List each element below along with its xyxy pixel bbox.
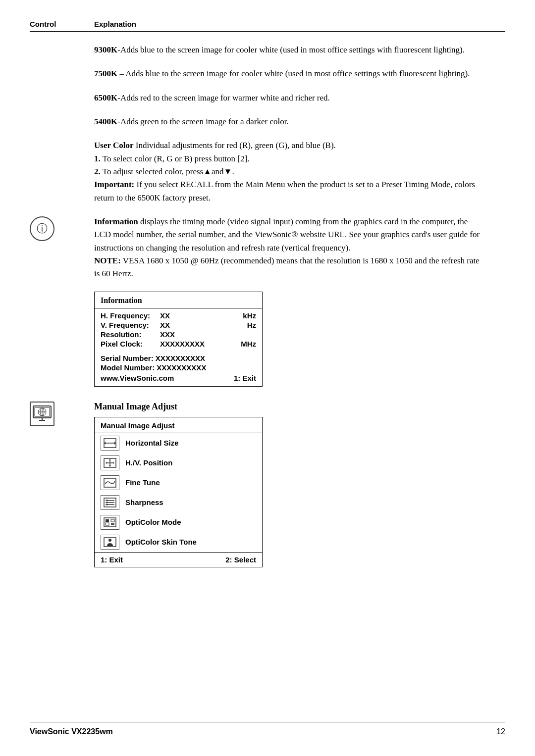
info-footer-row: www.ViewSonic.com 1: Exit: [101, 374, 256, 382]
info-row-pixel: Pixel Clock: XXXXXXXXX MHz: [101, 340, 256, 348]
footer-model: VX2235wm: [71, 727, 113, 736]
horizontal-size-icon: [101, 436, 119, 451]
note-text: NOTE: VESA 1680 x 1050 @ 60Hz (recommend…: [94, 256, 480, 278]
svg-marker-18: [113, 462, 114, 464]
svg-rect-26: [106, 519, 109, 522]
info-icon-symbol: ⓘ: [37, 221, 48, 236]
info-row-vfreq: V. Frequency: XX Hz: [101, 321, 256, 329]
hvpos-icon-svg: [104, 458, 116, 468]
information-rest: displays the timing mode (video signal i…: [94, 217, 480, 252]
user-color-bold: User Color: [94, 141, 133, 150]
footer-brand-name: ViewSonic: [30, 727, 69, 736]
info-row-model: Model Number: XXXXXXXXXX: [101, 363, 256, 372]
info-table-body: H. Frequency: XX kHz V. Frequency: XX Hz…: [95, 308, 262, 386]
mia-row-hsize: Horizontal Size: [95, 433, 262, 453]
manual-icon-box: [30, 402, 54, 426]
6500k-rest: -Adds red to the screen image for warmer…: [117, 93, 330, 102]
skintone-label: OptiColor Skin Tone: [125, 538, 197, 546]
vfreq-unit: Hz: [247, 321, 256, 329]
para-6500k: 6500K-Adds red to the screen image for w…: [94, 92, 485, 104]
mia-table-title: Manual Image Adjust: [95, 417, 262, 433]
9300k-rest: -Adds blue to the screen image for coole…: [117, 45, 465, 54]
pixel-value: XXXXXXXXX: [160, 340, 241, 348]
sharpness-label: Sharpness: [125, 498, 163, 506]
footer-page-number: 12: [496, 727, 505, 736]
information-bold: Information: [94, 217, 138, 226]
table-header: Control Explanation: [30, 20, 505, 32]
information-section: ⓘ Information displays the timing mode (…: [30, 215, 505, 392]
info-row-res: Resolution: XXX: [101, 330, 256, 339]
opticolor-icon-svg: [104, 517, 116, 527]
page-container: Control Explanation 9300K-Adds blue to t…: [0, 0, 535, 756]
finetune-icon-svg: [104, 478, 116, 488]
mia-row-finetune: Fine Tune: [95, 473, 262, 493]
opticolor-skintone-icon: [101, 535, 119, 550]
model-text: Model Number: XXXXXXXXXX: [101, 363, 206, 372]
hfreq-label: H. Frequency:: [101, 311, 160, 320]
manual-icon-cell: [30, 402, 94, 426]
manual-content: Manual Image Adjust Manual Image Adjust: [94, 402, 485, 567]
information-content: Information displays the timing mode (vi…: [94, 215, 485, 392]
manual-title: Manual Image Adjust: [94, 402, 485, 412]
svg-marker-17: [106, 462, 107, 464]
fine-tune-icon: [101, 475, 119, 490]
mia-row-hvpos: H./V. Position: [95, 453, 262, 473]
info-exit: 1: Exit: [234, 374, 256, 382]
monitor-globe-icon: [33, 405, 52, 422]
step2: 2. To adjust selected color, press▲and▼.: [94, 167, 234, 176]
info-icon: ⓘ: [30, 216, 54, 241]
vfreq-value: XX: [160, 321, 247, 329]
7500k-rest: – Adds blue to the screen image for cool…: [117, 69, 470, 78]
info-icon-cell: ⓘ: [30, 215, 94, 241]
header-explanation: Explanation: [94, 20, 136, 28]
info-row-serial: Serial Number: XXXXXXXXXX: [101, 354, 256, 362]
svg-marker-15: [109, 459, 111, 460]
sharpness-icon-svg: [104, 498, 116, 507]
finetune-label: Fine Tune: [125, 478, 160, 487]
hsize-label: Horizontal Size: [125, 439, 179, 447]
vfreq-label: V. Frequency:: [101, 321, 160, 329]
header-control: Control: [30, 20, 94, 28]
opticolor-mode-icon: [101, 515, 119, 530]
important-text: Important: If you select RECALL from the…: [94, 180, 475, 202]
5400k-bold: 5400K: [94, 117, 117, 126]
mia-table: Manual Image Adjust Horizontal Size: [94, 417, 263, 567]
svg-rect-28: [106, 523, 109, 525]
user-color-rest: Individual adjustments for red (R), gree…: [133, 141, 335, 150]
hv-position-icon: [101, 455, 119, 470]
para-9300k: 9300K-Adds blue to the screen image for …: [94, 44, 485, 56]
skintone-icon-svg: [104, 537, 116, 547]
pixel-label: Pixel Clock:: [101, 340, 160, 348]
res-label: Resolution:: [101, 330, 160, 339]
9300k-bold: 9300K: [94, 45, 117, 54]
info-table-title: Information: [95, 292, 262, 308]
mia-row-sharpness: Sharpness: [95, 493, 262, 512]
footer-brand: ViewSonic VX2235wm: [30, 727, 113, 736]
hfreq-value: XX: [160, 311, 243, 320]
mia-table-footer: 1: Exit 2: Select: [95, 552, 262, 567]
sharpness-icon: [101, 495, 119, 510]
info-website: www.ViewSonic.com: [101, 374, 174, 382]
information-paragraph: Information displays the timing mode (vi…: [94, 215, 485, 281]
5400k-rest: -Adds green to the screen image for a da…: [117, 117, 289, 126]
mia-row-skintone: OptiColor Skin Tone: [95, 532, 262, 552]
information-table: Information H. Frequency: XX kHz V. Freq…: [94, 292, 263, 387]
para-user-color: User Color Individual adjustments for re…: [94, 139, 485, 204]
page-footer: ViewSonic VX2235wm 12: [30, 722, 505, 736]
svg-point-31: [108, 539, 111, 542]
para-5400k: 5400K-Adds green to the screen image for…: [94, 115, 485, 128]
step1: 1. To select color (R, G or B) press but…: [94, 154, 249, 163]
hsize-icon-svg: [104, 438, 116, 448]
7500k-bold: 7500K: [94, 69, 117, 78]
6500k-bold: 6500K: [94, 93, 117, 102]
res-value: XXX: [160, 330, 256, 339]
para-7500k: 7500K – Adds blue to the screen image fo…: [94, 67, 485, 80]
svg-rect-29: [111, 523, 114, 525]
hvpos-label: H./V. Position: [125, 458, 172, 467]
opticolor-label: OptiColor Mode: [125, 518, 181, 526]
svg-marker-16: [109, 465, 111, 467]
serial-text: Serial Number: XXXXXXXXXX: [101, 354, 205, 362]
info-row-hfreq: H. Frequency: XX kHz: [101, 311, 256, 320]
hfreq-unit: kHz: [243, 311, 256, 320]
mia-exit: 1: Exit: [101, 555, 123, 564]
